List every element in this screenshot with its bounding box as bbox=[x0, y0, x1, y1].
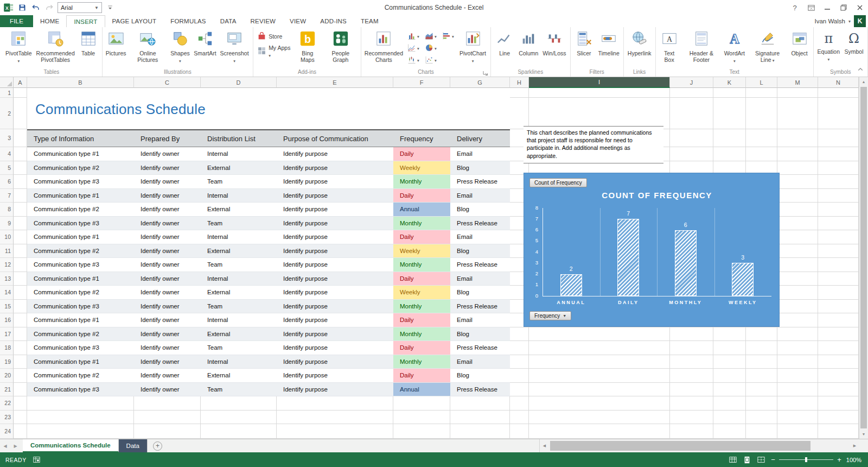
cell-purpose-of-communication[interactable]: Identify purpose bbox=[277, 175, 393, 188]
column-header-b[interactable]: B bbox=[27, 77, 134, 88]
hyperlink-button[interactable]: Hyperlink bbox=[626, 27, 653, 68]
qat-customize-button[interactable] bbox=[105, 2, 116, 13]
cell-prepared-by[interactable]: Identify owner bbox=[134, 313, 201, 327]
undo-button[interactable] bbox=[30, 2, 41, 13]
cell-frequency[interactable]: Weekly bbox=[393, 244, 450, 258]
column-header-m[interactable]: M bbox=[777, 77, 818, 88]
cell-frequency[interactable]: Daily bbox=[393, 147, 450, 161]
cell-frequency[interactable]: Monthly bbox=[393, 217, 450, 230]
cell-delivery[interactable]: Press Release bbox=[450, 175, 510, 188]
text-box-button[interactable]: AText Box bbox=[658, 27, 681, 68]
cell-distribution-list[interactable]: External bbox=[201, 161, 277, 175]
cell-frequency[interactable]: Monthly bbox=[393, 300, 450, 313]
cell-purpose-of-communication[interactable]: Identify purpose bbox=[277, 161, 393, 175]
cell-frequency[interactable]: Monthly bbox=[393, 258, 450, 272]
cell-delivery[interactable]: Blog bbox=[450, 161, 510, 175]
redo-button[interactable] bbox=[44, 2, 55, 13]
cell-frequency[interactable]: Daily bbox=[393, 189, 450, 203]
cell-delivery[interactable]: Email bbox=[450, 355, 510, 369]
macro-record-icon[interactable] bbox=[33, 456, 40, 463]
ribbon-tab-file[interactable]: FILE bbox=[0, 15, 33, 27]
row-header-11[interactable]: 11 bbox=[0, 244, 14, 258]
sheet-tab-data[interactable]: Data bbox=[119, 439, 148, 452]
header-footer-button[interactable]: Header & Footer bbox=[682, 27, 721, 68]
cell-delivery[interactable]: Blog bbox=[450, 286, 510, 299]
ribbon-tab-data[interactable]: DATA bbox=[213, 15, 244, 27]
chart-note-textbox[interactable]: This chart describes the planned communi… bbox=[524, 126, 663, 163]
scatter-chart-button[interactable]: ▾ bbox=[423, 55, 439, 66]
ribbon-tab-insert[interactable]: INSERT bbox=[66, 15, 105, 27]
cell-prepared-by[interactable]: Identify owner bbox=[134, 327, 201, 341]
ribbon-tab-add-ins[interactable]: ADD-INS bbox=[313, 15, 354, 27]
horizontal-scrollbar[interactable]: ◀ ▶ bbox=[539, 439, 859, 452]
cells-area[interactable]: Communications Schedule Type of Informat… bbox=[14, 88, 859, 439]
row-header-20[interactable]: 20 bbox=[0, 369, 14, 383]
row-header-9[interactable]: 9 bbox=[0, 217, 14, 231]
table-header-purpose-of-communication[interactable]: Purpose of Communication bbox=[277, 130, 393, 147]
row-header-17[interactable]: 17 bbox=[0, 327, 14, 342]
cell-type-of-information[interactable]: Communication type #2 bbox=[27, 244, 134, 258]
ribbon-display-options-button[interactable] bbox=[803, 0, 819, 15]
cell-prepared-by[interactable]: Identify owner bbox=[134, 161, 201, 175]
cell-frequency[interactable]: Monthly bbox=[393, 355, 450, 369]
column-header-i[interactable]: I bbox=[529, 77, 670, 88]
column-header-c[interactable]: C bbox=[134, 77, 201, 88]
count-of-frequency-field-button[interactable]: Count of Frequency bbox=[529, 178, 587, 187]
bing-maps-button[interactable]: bBing Maps bbox=[293, 27, 322, 68]
bar-daily[interactable] bbox=[617, 219, 639, 296]
cell-prepared-by[interactable]: Identify owner bbox=[134, 147, 201, 161]
sheet-nav-right-arrow[interactable]: ▶ bbox=[10, 439, 21, 452]
screenshot-button[interactable]: Screenshot ▾ bbox=[218, 27, 251, 68]
pivotchart-button[interactable]: PivotChart ▾ bbox=[457, 27, 488, 68]
table-header-distribution-list[interactable]: Distribution List bbox=[201, 130, 277, 147]
cell-type-of-information[interactable]: Communication type #1 bbox=[27, 355, 134, 369]
win-loss-button[interactable]: Win/Loss bbox=[541, 27, 567, 68]
cell-type-of-information[interactable]: Communication type #3 bbox=[27, 258, 134, 272]
ribbon-tab-team[interactable]: TEAM bbox=[354, 15, 386, 27]
recommended-charts-button[interactable]: Recommended Charts bbox=[363, 27, 404, 68]
cell-type-of-information[interactable]: Communication type #2 bbox=[27, 369, 134, 382]
object-button[interactable]: Object bbox=[788, 27, 811, 68]
ribbon-tab-page-layout[interactable]: PAGE LAYOUT bbox=[105, 15, 164, 27]
user-name[interactable]: Ivan Walsh bbox=[815, 18, 845, 24]
cell-type-of-information[interactable]: Communication type #3 bbox=[27, 217, 134, 230]
dialog-launcher-icon[interactable] bbox=[482, 70, 488, 76]
wordart-button[interactable]: AWordArt ▾ bbox=[722, 27, 747, 68]
cell-type-of-information[interactable]: Communication type #2 bbox=[27, 203, 134, 216]
table-header-frequency[interactable]: Frequency bbox=[393, 130, 450, 147]
area-chart-button[interactable]: ▾ bbox=[423, 31, 439, 42]
cell-frequency[interactable]: Weekly bbox=[393, 161, 450, 175]
stock-chart-button[interactable]: ▾ bbox=[405, 55, 422, 66]
cell-delivery[interactable]: Blog bbox=[450, 369, 510, 382]
cell-purpose-of-communication[interactable]: Identify purpose bbox=[277, 189, 393, 203]
row-header-8[interactable]: 8 bbox=[0, 203, 14, 217]
row-header-22[interactable]: 22 bbox=[0, 396, 14, 411]
cell-distribution-list[interactable]: Internal bbox=[201, 313, 277, 327]
row-header-10[interactable]: 10 bbox=[0, 230, 14, 244]
font-name-select[interactable]: Arial▼ bbox=[58, 2, 102, 13]
cell-type-of-information[interactable]: Communication type #1 bbox=[27, 230, 134, 244]
slicer-button[interactable]: Slicer bbox=[573, 27, 596, 68]
select-all-corner[interactable] bbox=[0, 77, 14, 88]
cell-delivery[interactable]: Press Release bbox=[450, 258, 510, 272]
row-header-4[interactable]: 4 bbox=[0, 147, 14, 161]
cell-purpose-of-communication[interactable]: Identify purpose bbox=[277, 272, 393, 286]
sheet-nav-left-arrow[interactable]: ◀ bbox=[0, 439, 10, 452]
row-header-16[interactable]: 16 bbox=[0, 313, 14, 327]
scroll-left-arrow[interactable]: ◀ bbox=[540, 439, 549, 452]
cell-type-of-information[interactable]: Communication type #3 bbox=[27, 175, 134, 188]
bar-annual[interactable] bbox=[560, 274, 582, 296]
cell-distribution-list[interactable]: Team bbox=[201, 217, 277, 230]
cell-frequency[interactable]: Daily bbox=[393, 272, 450, 286]
cell-purpose-of-communication[interactable]: Identify purpose bbox=[277, 217, 393, 230]
bar-weekly[interactable] bbox=[732, 263, 754, 296]
new-sheet-button[interactable]: + bbox=[153, 441, 162, 451]
cell-purpose-of-communication[interactable]: Identify purpose bbox=[277, 313, 393, 327]
cell-type-of-information[interactable]: Communication type #2 bbox=[27, 161, 134, 175]
cell-distribution-list[interactable]: Team bbox=[201, 258, 277, 272]
recommended-pivottables-button[interactable]: Recommended PivotTables bbox=[35, 27, 76, 68]
cell-type-of-information[interactable]: Communication type #1 bbox=[27, 272, 134, 286]
cell-distribution-list[interactable]: Internal bbox=[201, 189, 277, 203]
cell-delivery[interactable]: Press Release bbox=[450, 383, 510, 396]
ribbon-tab-review[interactable]: REVIEW bbox=[244, 15, 283, 27]
